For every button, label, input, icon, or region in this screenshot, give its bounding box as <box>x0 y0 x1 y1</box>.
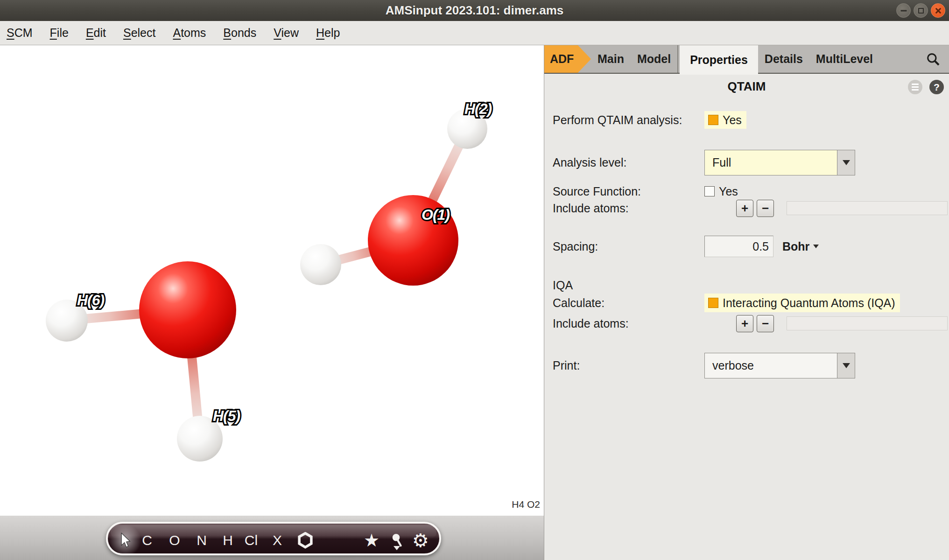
minimize-icon <box>900 10 907 11</box>
tab-model[interactable]: Model <box>631 45 677 73</box>
element-c-button[interactable]: C <box>142 533 152 547</box>
atom-label-h2: H(2) <box>464 100 492 118</box>
menu-scm[interactable]: SCM <box>7 26 33 40</box>
source-function-checkbox[interactable] <box>704 186 715 196</box>
spacing-unit-dropdown[interactable]: Bohr <box>782 240 819 253</box>
tab-bar: ADF Main Model Properties Details MultiL… <box>544 45 949 74</box>
perform-qtaim-label: Perform QTAIM analysis: <box>553 113 704 127</box>
row-iqa-section: IQA <box>553 278 573 292</box>
calculate-label: Calculate: <box>553 296 704 310</box>
menu-help[interactable]: Help <box>316 26 340 40</box>
include-atoms-iqa-label: Include atoms: <box>553 317 704 330</box>
menu-edit[interactable]: Edit <box>86 26 106 40</box>
search-button[interactable] <box>926 45 949 73</box>
atom-o4[interactable] <box>139 261 236 358</box>
print-value: verbose <box>712 353 754 378</box>
adf-tab-group: ADF Main Model <box>544 45 678 73</box>
spacing-input[interactable]: 0.5 <box>704 236 773 257</box>
analysis-level-dropdown[interactable]: Full <box>704 150 855 175</box>
menu-bar: SCM File Edit Select Atoms Bonds View He… <box>0 21 949 45</box>
maximize-button[interactable] <box>914 3 928 18</box>
element-cl-button[interactable]: Cl <box>245 533 258 547</box>
print-chevron-down-icon <box>843 363 850 368</box>
minimize-button[interactable] <box>896 3 911 18</box>
menu-file[interactable]: File <box>50 26 69 40</box>
element-toolbar: C O N H Cl X ★ ⚙ <box>106 522 441 555</box>
analysis-level-value: Full <box>712 150 731 175</box>
add-atom-button[interactable]: + <box>736 200 753 217</box>
tab-multilevel[interactable]: MultiLevel <box>809 45 879 73</box>
spacing-unit: Bohr <box>782 240 809 253</box>
settings-gear-icon[interactable]: ⚙ <box>412 531 429 550</box>
menu-select[interactable]: Select <box>123 26 156 40</box>
tab-properties[interactable]: Properties <box>680 45 758 75</box>
close-button[interactable] <box>931 3 945 18</box>
print-dropdown-button[interactable] <box>837 353 855 378</box>
element-o-button[interactable]: O <box>169 533 180 547</box>
include-atoms-iqa-field[interactable] <box>787 316 948 330</box>
formula-readout: H4 O2 <box>512 499 540 510</box>
help-button[interactable]: ? <box>929 80 944 94</box>
page-title: QTAIM <box>544 79 949 94</box>
row-spacing: Spacing: 0.5 Bohr <box>553 235 819 258</box>
tab-adf[interactable]: ADF <box>544 45 591 73</box>
calculate-checkbox-field[interactable]: Interacting Quantum Atoms (IQA) <box>704 294 900 312</box>
element-h-button[interactable]: H <box>223 533 233 547</box>
atom-label-h6: H(6) <box>77 292 104 309</box>
atom-label-o1: O(1) <box>422 206 450 224</box>
source-function-value: Yes <box>719 185 738 198</box>
row-print: Print: verbose <box>553 352 855 379</box>
cursor-tool-icon[interactable] <box>118 532 132 548</box>
structure-tool-star-icon[interactable]: ★ <box>364 532 380 549</box>
unit-chevron-down-icon <box>813 245 819 248</box>
analysis-level-dropdown-button[interactable] <box>837 150 855 175</box>
window-controls <box>896 3 945 18</box>
print-dropdown[interactable]: verbose <box>704 353 855 378</box>
calculate-checkbox-checked-icon[interactable] <box>708 298 718 308</box>
analysis-level-label: Analysis level: <box>553 156 704 169</box>
element-x-button[interactable]: X <box>273 533 282 547</box>
atom-h3[interactable] <box>300 244 341 285</box>
viewer-bottom-strip: C O N H Cl X ★ ⚙ <box>0 516 544 560</box>
perform-qtaim-value: Yes <box>723 113 742 127</box>
title-bar[interactable]: AMSinput 2023.101: dimer.ams <box>0 0 949 21</box>
row-source-function: Source Function: Yes <box>553 183 738 199</box>
menu-atoms[interactable]: Atoms <box>173 26 206 40</box>
menu-view[interactable]: View <box>274 26 299 40</box>
iqa-section-label: IQA <box>553 279 573 292</box>
chevron-down-icon <box>843 160 850 165</box>
perform-qtaim-checkbox-field[interactable]: Yes <box>704 111 746 129</box>
tab-details[interactable]: Details <box>758 45 809 73</box>
row-calculate: Calculate: Interacting Quantum Atoms (IQ… <box>553 294 900 312</box>
remove-atom-iqa-button[interactable]: − <box>757 315 774 332</box>
tab-main[interactable]: Main <box>591 45 631 73</box>
amsinput-window: AMSinput 2023.101: dimer.ams SCM File Ed… <box>0 0 949 560</box>
atom-label-h5: H(5) <box>213 407 240 425</box>
spacing-label: Spacing: <box>553 240 704 253</box>
include-atoms-label: Include atoms: <box>553 202 704 215</box>
hamburger-icon <box>912 84 919 85</box>
panel-menu-button[interactable] <box>908 80 922 94</box>
balloon-tool-icon[interactable] <box>391 533 403 547</box>
remove-atom-button[interactable]: − <box>757 200 774 217</box>
row-include-atoms-iqa: Include atoms: + − <box>553 314 948 333</box>
menu-bonds[interactable]: Bonds <box>223 26 256 40</box>
element-n-button[interactable]: N <box>197 533 207 547</box>
row-analysis-level: Analysis level: Full <box>553 149 855 176</box>
window-title: AMSinput 2023.101: dimer.ams <box>386 3 563 18</box>
include-atoms-field[interactable] <box>787 201 948 215</box>
checkbox-checked-icon[interactable] <box>708 115 718 125</box>
source-function-label: Source Function: <box>553 185 704 198</box>
help-icon: ? <box>934 82 940 93</box>
row-include-atoms: Include atoms: + − <box>553 199 948 217</box>
row-perform-qtaim: Perform QTAIM analysis: Yes <box>553 111 746 129</box>
calculate-value: Interacting Quantum Atoms (IQA) <box>723 296 895 310</box>
ring-tool-icon[interactable] <box>297 532 313 549</box>
add-atom-iqa-button[interactable]: + <box>736 315 753 332</box>
molecule-viewer[interactable]: H(2) O(1) H(6) H(5) H4 O2 <box>0 45 544 516</box>
search-icon <box>926 52 941 67</box>
maximize-icon <box>918 8 924 14</box>
print-label: Print: <box>553 359 704 372</box>
input-panel: ADF Main Model Properties Details MultiL… <box>544 45 949 560</box>
